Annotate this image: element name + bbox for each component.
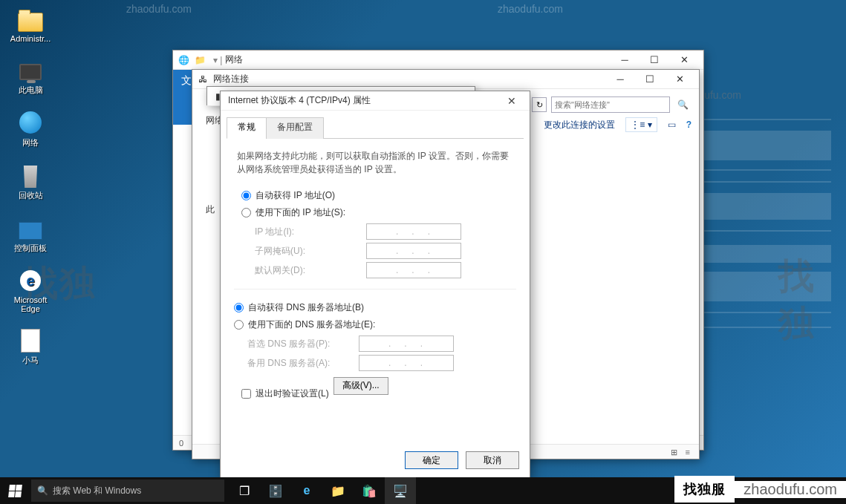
dialog-description: 如果网络支持此功能，则可以获取自动指派的 IP 设置。否则，你需要从网络系统管理…	[237, 149, 513, 176]
taskbar-app-servermanager[interactable]: 🗄️	[260, 477, 291, 504]
details-pane-button[interactable]: ▭	[668, 120, 676, 130]
desktop-icon-label: 此电脑	[19, 85, 43, 96]
radio-auto-ip[interactable]	[241, 191, 251, 200]
taskbar-app-controlpanel[interactable]: 🖥️	[385, 477, 416, 504]
radio-manual-ip[interactable]	[241, 208, 251, 217]
radio-auto-ip-label: 自动获得 IP 地址(O)	[256, 189, 335, 202]
radio-manual-ip-label: 使用下面的 IP 地址(S):	[256, 206, 345, 219]
network-icon: 🖧	[197, 73, 209, 85]
windows-logo-icon	[8, 485, 22, 497]
dialog-body: 如果网络支持此功能，则可以获取自动指派的 IP 设置。否则，你需要从网络系统管理…	[221, 139, 530, 408]
desktop-icon-label: 网络	[22, 137, 39, 148]
brand-boxed: 找独服	[674, 476, 735, 503]
desktop-icon-label: 控制面板	[14, 243, 47, 254]
refresh-button[interactable]: ↻	[532, 97, 547, 112]
taskbar-app-edge[interactable]: e	[291, 477, 322, 504]
maximize-button[interactable]: ☐	[635, 71, 665, 88]
tab-strip: 常规 备用配置	[227, 117, 524, 139]
start-button[interactable]	[0, 477, 30, 504]
watermark-url: zhaodufu.com	[126, 3, 192, 15]
taskbar-app-store[interactable]: 🛍️	[354, 477, 385, 504]
input-default-gateway	[366, 262, 461, 278]
label-subnet: 子网掩码(U):	[255, 245, 366, 258]
taskbar-search[interactable]: 🔍 搜索 Web 和 Windows	[31, 480, 224, 502]
input-subnet-mask	[366, 243, 461, 259]
ok-button[interactable]: 确定	[405, 451, 458, 469]
dns-radio-group: 自动获得 DNS 服务器地址(B) 使用下面的 DNS 服务器地址(E): 首选…	[234, 289, 516, 371]
search-placeholder: 搜索 Web 和 Windows	[53, 485, 141, 497]
toolbar-change-settings[interactable]: 更改此连接的设置	[544, 119, 615, 131]
label-gateway: 默认网关(D):	[255, 264, 366, 277]
dialog-titlebar[interactable]: Internet 协议版本 4 (TCP/IPv4) 属性 ✕	[221, 91, 530, 111]
minimize-button[interactable]: ─	[605, 71, 635, 88]
checkbox-validate-on-exit[interactable]	[241, 389, 251, 399]
desktop-icon-network[interactable]: 网络	[4, 109, 56, 148]
help-button[interactable]: ?	[686, 120, 692, 130]
desktop-icon-label: Microsoft Edge	[14, 295, 48, 313]
cancel-button[interactable]: 取消	[466, 451, 519, 469]
close-button[interactable]: ✕	[501, 94, 522, 108]
input-dns-primary	[359, 336, 454, 352]
desktop-icon-edge[interactable]: eMicrosoft Edge	[4, 267, 56, 313]
view-mode-button[interactable]: ⋮≡ ▾	[625, 117, 657, 132]
search-input[interactable]	[551, 96, 670, 113]
search-icon[interactable]: 🔍	[674, 99, 692, 110]
desktop-icon-label: 回收站	[19, 190, 43, 201]
taskbar-app-explorer[interactable]: 📁	[322, 477, 354, 504]
maximize-button[interactable]: ☐	[640, 52, 669, 68]
task-view-button[interactable]: ❐	[229, 477, 260, 504]
brand-url: zhaodufu.com	[735, 481, 846, 498]
minimize-button[interactable]: ─	[610, 52, 640, 68]
desktop-icon-controlpanel[interactable]: 控制面板	[4, 215, 56, 254]
separator: ▾ |	[213, 55, 222, 65]
tab-general[interactable]: 常规	[227, 117, 267, 139]
radio-manual-dns[interactable]	[234, 320, 244, 330]
window-title: 网络连接	[213, 73, 249, 85]
status-text: 0	[179, 439, 183, 448]
folder-icon: 📁	[194, 54, 206, 66]
input-dns-alt	[359, 355, 454, 371]
radio-auto-dns[interactable]	[234, 303, 244, 312]
close-button[interactable]: ✕	[669, 52, 699, 68]
dialog-ipv4-properties: Internet 协议版本 4 (TCP/IPv4) 属性 ✕ 常规 备用配置 …	[220, 91, 530, 479]
desktop-icon-admin[interactable]: Administr...	[4, 6, 56, 43]
desktop-icon-label: Administr...	[10, 34, 51, 43]
close-button[interactable]: ✕	[665, 71, 694, 88]
sidebar-this-pc[interactable]: 此	[206, 203, 215, 216]
watermark-brand-partial: 找独	[778, 252, 846, 347]
radio-manual-dns-label: 使用下面的 DNS 服务器地址(E):	[248, 318, 375, 331]
label-dns-alt: 备用 DNS 服务器(A):	[247, 357, 359, 370]
desktop-icons: Administr... 此电脑 网络 回收站 控制面板 eMicrosoft …	[4, 6, 56, 366]
checkbox-validate-label: 退出时验证设置(L)	[256, 387, 329, 400]
window-title: 网络	[225, 53, 243, 66]
branding-overlay: 找独服 zhaodufu.com	[674, 474, 846, 504]
dialog-title: Internet 协议版本 4 (TCP/IPv4) 属性	[228, 94, 371, 107]
desktop-icon-xiaoma[interactable]: 小马	[4, 327, 56, 366]
input-ip-address	[366, 223, 461, 240]
search-icon: 🔍	[37, 485, 48, 496]
advanced-button[interactable]: 高级(V)...	[333, 377, 388, 395]
network-icon: 🌐	[178, 54, 189, 66]
label-dns-primary: 首选 DNS 服务器(P):	[247, 338, 359, 350]
radio-auto-dns-label: 自动获得 DNS 服务器地址(B)	[248, 301, 364, 314]
view-icons[interactable]: ⊞ ≡	[671, 445, 699, 459]
watermark-url: zhaodufu.com	[498, 3, 563, 15]
label-ip-address: IP 地址(I):	[255, 226, 366, 238]
desktop-icon-computer[interactable]: 此电脑	[4, 56, 56, 96]
ip-radio-group: 自动获得 IP 地址(O) 使用下面的 IP 地址(S): IP 地址(I): …	[241, 189, 513, 278]
desktop-icon-recycle[interactable]: 回收站	[4, 162, 56, 201]
titlebar[interactable]: 🌐 📁 ▾ | 网络 ─ ☐ ✕	[173, 50, 703, 70]
desktop-icon-label: 小马	[22, 355, 39, 366]
tab-alternate[interactable]: 备用配置	[266, 117, 324, 139]
